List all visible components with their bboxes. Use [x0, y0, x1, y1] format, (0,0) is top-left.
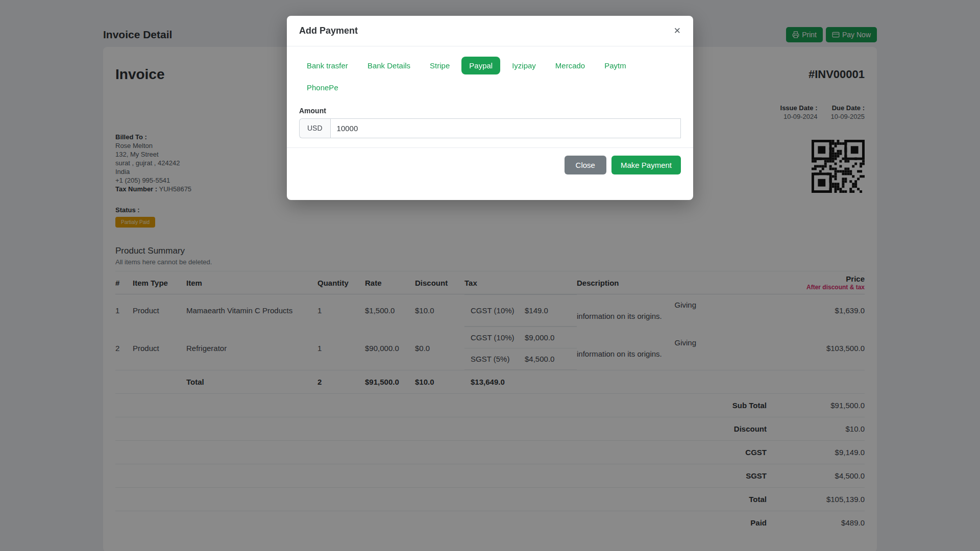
tab-mercado[interactable]: Mercado — [548, 57, 593, 74]
amount-label: Amount — [299, 107, 681, 115]
amount-input[interactable] — [330, 118, 681, 138]
tab-phonepe[interactable]: PhonePe — [299, 79, 346, 96]
close-button[interactable]: Close — [565, 156, 606, 174]
tab-stripe[interactable]: Stripe — [422, 57, 457, 74]
tab-iyzipay[interactable]: Iyzipay — [504, 57, 544, 74]
tab-bank-details[interactable]: Bank Details — [360, 57, 418, 74]
tab-bank-transfer[interactable]: Bank trasfer — [299, 57, 356, 74]
currency-prefix: USD — [299, 118, 330, 138]
modal-title: Add Payment — [299, 26, 358, 36]
make-payment-button[interactable]: Make Payment — [611, 156, 681, 174]
close-icon[interactable]: ✕ — [674, 27, 681, 35]
payment-method-tabs: Bank trasfer Bank Details Stripe Paypal … — [299, 57, 681, 96]
add-payment-modal: Add Payment ✕ Bank trasfer Bank Details … — [287, 16, 693, 200]
tab-paypal[interactable]: Paypal — [461, 57, 500, 74]
tab-paytm[interactable]: Paytm — [597, 57, 634, 74]
